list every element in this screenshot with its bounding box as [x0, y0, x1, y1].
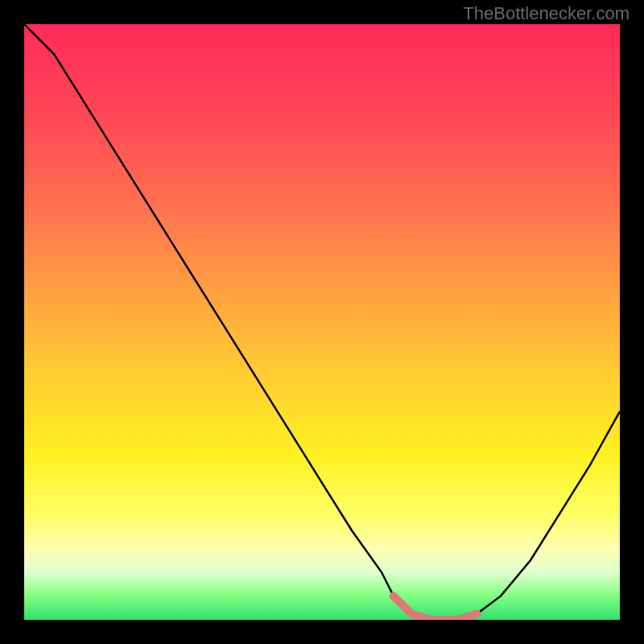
highlight-segment [394, 596, 477, 620]
watermark-text: TheBottlenecker.com [463, 3, 630, 24]
chart-container [24, 24, 620, 620]
bottleneck-curve [24, 24, 620, 620]
curve-overlay [24, 24, 620, 620]
